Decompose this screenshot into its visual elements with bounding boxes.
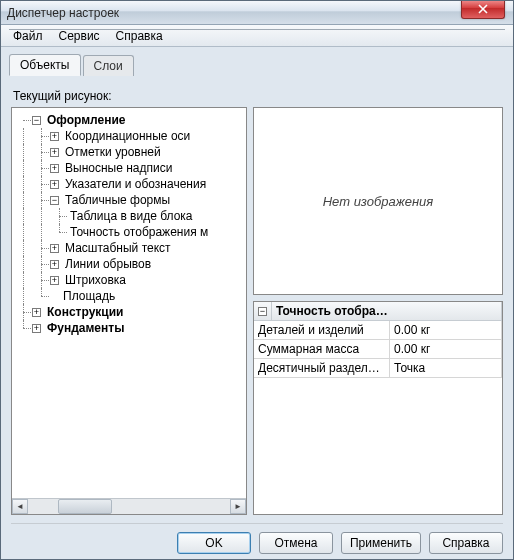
tab-objects[interactable]: Объекты (9, 54, 81, 76)
expand-icon[interactable]: + (32, 308, 41, 317)
ok-button[interactable]: OK (177, 532, 251, 554)
apply-button[interactable]: Применить (341, 532, 421, 554)
tree-node[interactable]: −Табличные формы (14, 192, 244, 208)
tabbar: Объекты Слои (9, 53, 505, 75)
no-image-label: Нет изображения (323, 194, 434, 209)
tree-node[interactable]: +Конструкции (14, 304, 244, 320)
tree-node[interactable]: +Указатели и обозначения (14, 176, 244, 192)
scroll-track[interactable] (112, 499, 230, 514)
tab-layers[interactable]: Слои (83, 55, 134, 76)
grid-header: − Точность отобра… (254, 302, 502, 321)
scrollbar-horizontal[interactable]: ◄ ► (12, 498, 246, 514)
grid-key: Деталей и изделий (254, 321, 390, 339)
property-grid: − Точность отобра… Деталей и изделий 0.0… (253, 301, 503, 515)
close-button[interactable] (461, 0, 505, 19)
tree-body[interactable]: −Оформление +Координационные оси +Отметк… (12, 108, 246, 498)
settings-dialog: Диспетчер настроек Файл Сервис Справка О… (0, 0, 514, 560)
scroll-thumb[interactable] (58, 499, 112, 514)
grid-value[interactable]: Точка (390, 359, 502, 377)
tree-node[interactable]: +Выносные надписи (14, 160, 244, 176)
window-title: Диспетчер настроек (7, 6, 119, 20)
tree-node[interactable]: +Фундаменты (14, 320, 244, 336)
tab-underline (9, 29, 505, 30)
preview-pane: Нет изображения (253, 107, 503, 295)
current-drawing-label: Текущий рисунок: (13, 89, 501, 103)
tree-node-root[interactable]: −Оформление (14, 112, 244, 128)
collapse-icon[interactable]: − (50, 196, 59, 205)
minus-icon: − (258, 307, 267, 316)
right-pane: Нет изображения − Точность отобра… Детал… (253, 107, 503, 515)
grid-row[interactable]: Десятичный раздели… Точка (254, 359, 502, 378)
tree-node[interactable]: +Штриховка (14, 272, 244, 288)
tree-leaf[interactable]: Площадь (14, 288, 244, 304)
scroll-left-icon[interactable]: ◄ (12, 499, 28, 514)
expand-icon[interactable]: + (50, 132, 59, 141)
titlebar[interactable]: Диспетчер настроек (1, 1, 513, 25)
grid-value[interactable]: 0.00 кг (390, 340, 502, 358)
grid-title: Точность отобра… (272, 302, 502, 321)
grid-value[interactable]: 0.00 кг (390, 321, 502, 339)
grid-key: Суммарная масса (254, 340, 390, 358)
content-area: −Оформление +Координационные оси +Отметк… (11, 107, 503, 515)
expand-icon[interactable]: + (50, 180, 59, 189)
grid-row[interactable]: Суммарная масса 0.00 кг (254, 340, 502, 359)
cancel-button[interactable]: Отмена (259, 532, 333, 554)
close-icon (478, 4, 488, 14)
tree-pane: −Оформление +Координационные оси +Отметк… (11, 107, 247, 515)
scroll-right-icon[interactable]: ► (230, 499, 246, 514)
tree-leaf[interactable]: Точность отображения м (14, 224, 244, 240)
grid-collapse-cell[interactable]: − (254, 302, 272, 321)
dialog-footer: OK Отмена Применить Справка (11, 523, 503, 554)
collapse-icon[interactable]: − (32, 116, 41, 125)
grid-row[interactable]: Деталей и изделий 0.00 кг (254, 321, 502, 340)
help-button[interactable]: Справка (429, 532, 503, 554)
grid-key: Десятичный раздели… (254, 359, 390, 377)
expand-icon[interactable]: + (50, 164, 59, 173)
tree-leaf[interactable]: Таблица в виде блока (14, 208, 244, 224)
tree-node[interactable]: +Координационные оси (14, 128, 244, 144)
tree-node[interactable]: +Линии обрывов (14, 256, 244, 272)
tree-node[interactable]: +Отметки уровней (14, 144, 244, 160)
expand-icon[interactable]: + (32, 324, 41, 333)
expand-icon[interactable]: + (50, 244, 59, 253)
expand-icon[interactable]: + (50, 260, 59, 269)
tree-node[interactable]: +Масштабный текст (14, 240, 244, 256)
expand-icon[interactable]: + (50, 276, 59, 285)
expand-icon[interactable]: + (50, 148, 59, 157)
